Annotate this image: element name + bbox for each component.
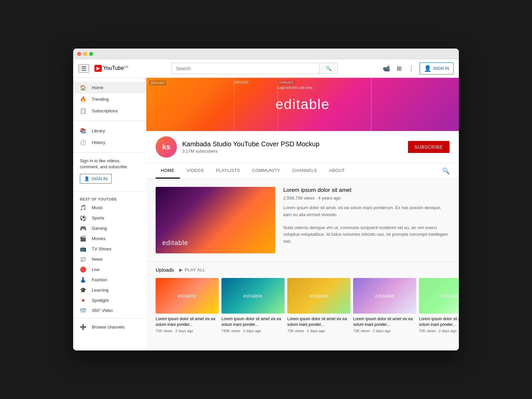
search-button[interactable]: 🔍 — [319, 63, 338, 74]
sidebar-item-library[interactable]: 📚 Library — [73, 125, 146, 137]
banner-guide-3: 1546x423 — [278, 80, 295, 85]
sidebar-library-section: 📚 Library 🕐 History — [73, 124, 146, 150]
video-title-2: Lorem ipsum dolor sit amet vix ea solum … — [221, 316, 285, 328]
mac-window: ☰ ▶ YouTubeGB 🔍 📹 ⊞ ⋮ 👤 SIGN IN — [73, 49, 459, 350]
video-meta-2: 730K views · 2 days ago — [221, 329, 285, 333]
video-card-4[interactable]: editable Lorem ipsum dolor sit amet vix … — [353, 278, 416, 333]
mac-min-btn[interactable] — [83, 52, 87, 56]
video-card-3[interactable]: editable Lorem ipsum dolor sit amet vix … — [287, 278, 350, 333]
learning-icon: 🎓 — [80, 287, 86, 293]
home-icon: 🏠 — [80, 84, 86, 91]
sidebar-sign-in-button[interactable]: 👤 SIGN IN — [80, 174, 112, 184]
account-icon-sidebar: 👤 — [84, 176, 89, 181]
featured-info: Lorem ipsum dolor sit amet 2,558,739 vie… — [283, 187, 450, 253]
sidebar-item-music[interactable]: 🎵 Music — [73, 202, 146, 213]
upload-button[interactable]: 📹 — [381, 64, 391, 73]
thumb-inner-2: editable — [221, 278, 285, 314]
video-card-2[interactable]: editable Lorem ipsum dolor sit amet vix … — [221, 278, 285, 333]
featured-content: editable Lorem ipsum dolor sit amet 2,55… — [156, 187, 450, 253]
spotlight-icon: ● — [80, 297, 86, 303]
channel-avatar: ks — [156, 136, 177, 158]
sidebar-item-browse-channels[interactable]: ➕ Browse channels — [73, 321, 146, 333]
header-sign-in-button[interactable]: 👤 SIGN IN — [420, 63, 454, 74]
live-icon: 🔴 — [80, 266, 86, 273]
sidebar-item-learning[interactable]: 🎓 Learning — [73, 285, 146, 295]
banner-guide-line-2 — [234, 78, 234, 131]
channel-details: Kambada Studio YouTube Cover PSD Mockup … — [182, 140, 403, 154]
uploads-header: Uploads ▶ PLAY ALL — [156, 267, 450, 273]
video-meta-4: 73K views · 2 days ago — [353, 329, 416, 333]
video-title-4: Lorem ipsum dolor sit amet vix ea solum … — [353, 316, 416, 328]
yt-logo[interactable]: ▶ YouTubeGB — [94, 65, 128, 72]
banner-guide-line-4 — [371, 78, 371, 131]
sidebar-item-tvshows[interactable]: 📺 TV Shows — [73, 244, 146, 254]
sidebar-item-news[interactable]: 📰 News — [73, 254, 146, 264]
sidebar-item-history[interactable]: 🕐 History — [73, 137, 146, 148]
yt-layout: 🏠 Home 🔥 Trending 📋 Subscriptions 📚 Libr… — [73, 78, 459, 350]
sidebar-item-subscriptions[interactable]: 📋 Subscriptions — [73, 105, 146, 117]
tab-about[interactable]: ABOUT — [324, 163, 350, 179]
sidebar-item-live[interactable]: 🔴 Live — [73, 264, 146, 275]
subscribe-button[interactable]: SUBSCRIBE — [408, 141, 450, 153]
tab-home[interactable]: HOME — [156, 163, 180, 179]
apps-button[interactable]: ⊞ — [395, 64, 403, 73]
tab-videos[interactable]: VIDEOS — [181, 163, 209, 179]
yt-header: ☰ ▶ YouTubeGB 🔍 📹 ⊞ ⋮ 👤 SIGN IN — [73, 59, 459, 78]
sidebar-item-gaming[interactable]: 🎮 Gaming — [73, 223, 146, 233]
music-icon: 🎵 — [80, 204, 86, 211]
sidebar-item-360video[interactable]: 🥽 360° Video — [73, 305, 146, 316]
sidebar-divider-4 — [73, 318, 146, 319]
more-button[interactable]: ⋮ — [407, 64, 416, 73]
featured-desc-1: Lorem ipsum dolor sit amet, vix ea solum… — [283, 204, 450, 218]
sidebar-divider-2 — [73, 152, 146, 153]
thumb-inner-1: editable — [156, 278, 219, 314]
video-card-5[interactable]: editable Lorem ipsum dolor sit amet vix … — [419, 278, 459, 333]
video-meta-1: 73K views · 2 days ago — [156, 329, 219, 333]
sidebar-item-spotlight[interactable]: ● Spotlight — [73, 295, 146, 305]
sidebar-item-movies[interactable]: 🎬 Movies — [73, 233, 146, 244]
mac-titlebar — [73, 49, 459, 59]
video-thumb-2: editable — [221, 278, 285, 314]
sidebar-item-fashion[interactable]: 👗 Fashion — [73, 275, 146, 285]
mac-close-btn[interactable] — [77, 52, 81, 56]
channel-info: ks Kambada Studio YouTube Cover PSD Mock… — [146, 131, 459, 163]
trending-icon: 🔥 — [80, 96, 86, 102]
thumb-editable-1: editable — [178, 293, 197, 299]
movies-icon: 🎬 — [80, 235, 86, 242]
sidebar-item-trending[interactable]: 🔥 Trending — [73, 93, 146, 105]
play-all-button[interactable]: ▶ PLAY ALL — [179, 267, 205, 272]
video-card-1[interactable]: editable Lorem ipsum dolor sit amet vix … — [156, 278, 219, 333]
channel-subscribers: 3.17M subscribers — [182, 149, 403, 154]
featured-thumbnail[interactable]: editable — [156, 187, 275, 253]
sidebar-divider-3 — [73, 192, 146, 192]
tab-playlists[interactable]: PLAYLISTS — [210, 163, 245, 179]
sidebar-item-home[interactable]: 🏠 Home — [73, 82, 146, 93]
yt-logo-icon: ▶ — [94, 65, 102, 72]
header-actions: 📹 ⊞ ⋮ 👤 SIGN IN — [381, 63, 454, 74]
featured-section: editable Lorem ipsum dolor sit amet 2,55… — [146, 179, 459, 261]
sidebar-sign-in-section: Sign in to like videos, comment, and sub… — [73, 155, 146, 189]
play-icon: ▶ — [179, 267, 183, 272]
yt-main-content: 2560x463 1855x423 1546x423 Logo and text… — [146, 78, 459, 350]
360video-icon: 🥽 — [80, 307, 86, 314]
sidebar-item-sports[interactable]: ⚽ Sports — [73, 213, 146, 223]
search-container: 🔍 — [172, 63, 338, 74]
search-input[interactable] — [172, 63, 319, 74]
video-meta-3: 73K views · 2 days ago — [287, 329, 350, 333]
video-thumb-3: editable — [287, 278, 350, 314]
tvshows-icon: 📺 — [80, 246, 86, 252]
tab-community[interactable]: COMMUNITY — [247, 163, 286, 179]
thumb-editable-2: editable — [243, 293, 262, 299]
channel-banner: 2560x463 1855x423 1546x423 Logo and text… — [146, 78, 459, 131]
banner-safe-label: Logo and text safe area — [278, 86, 313, 89]
banner-guide-1: 2560x463 — [149, 80, 166, 85]
tab-channels[interactable]: CHANNELS — [287, 163, 323, 179]
fashion-icon: 👗 — [80, 277, 86, 283]
tab-search-icon[interactable]: 🔍 — [442, 167, 450, 175]
mac-max-btn[interactable] — [89, 52, 93, 56]
menu-button[interactable]: ☰ — [78, 64, 89, 73]
featured-thumb-text: editable — [162, 239, 188, 247]
featured-desc-2: Nulla ceteros denique vim ut, commune sc… — [283, 224, 450, 245]
sports-icon: ⚽ — [80, 215, 86, 221]
featured-title: Lorem ipsum dolor sit amet — [283, 187, 450, 194]
